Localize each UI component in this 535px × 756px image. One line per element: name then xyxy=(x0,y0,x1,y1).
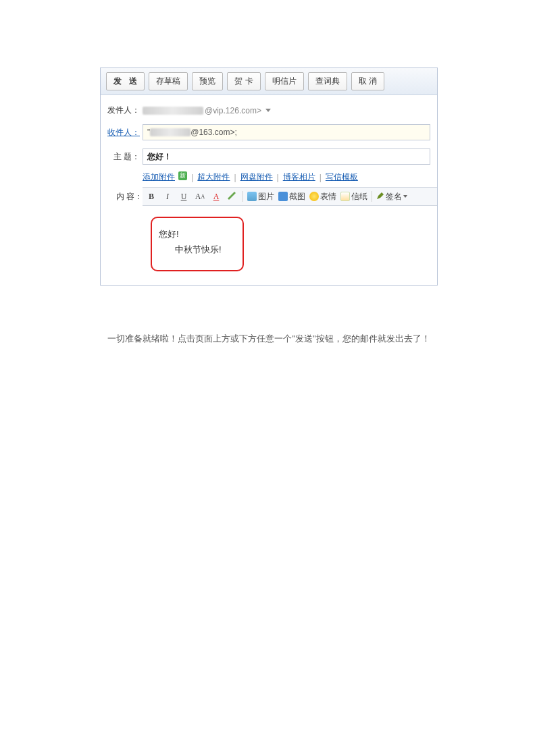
separator: | xyxy=(320,173,322,182)
content-label: 内 容： xyxy=(101,187,143,202)
separator xyxy=(372,191,372,202)
from-dropdown[interactable]: @vip.126.com> xyxy=(143,106,271,115)
instruction-caption: 一切准备就绪啦！点击页面上方或下方任意一个"发送"按钮，您的邮件就发出去了！ xyxy=(100,333,438,345)
content-row: 内 容： B I U AA A 图片 xyxy=(101,187,437,285)
disk-attachment-link[interactable]: 网盘附件 xyxy=(240,171,273,183)
subject-input[interactable]: 您好！ xyxy=(143,148,430,165)
screenshot-icon xyxy=(278,192,288,201)
greeting-card-button[interactable]: 贺 卡 xyxy=(227,72,260,90)
from-label: 发件人： xyxy=(101,105,143,116)
screenshot-button[interactable]: 截图 xyxy=(278,191,305,202)
bold-button[interactable]: B xyxy=(145,190,157,202)
font-size-button[interactable]: AA xyxy=(194,190,206,202)
from-row: 发件人： @vip.126.com> xyxy=(101,102,437,119)
to-domain: @163.com>; xyxy=(190,128,237,137)
chevron-down-icon xyxy=(403,195,407,198)
separator: | xyxy=(191,173,193,182)
editor-toolbar: B I U AA A 图片 xyxy=(143,187,437,206)
brush-icon[interactable] xyxy=(226,190,238,202)
new-badge: 新 xyxy=(178,171,187,180)
to-row: 收件人： " @163.com>; xyxy=(101,122,437,143)
separator xyxy=(243,191,243,202)
preview-button[interactable]: 预览 xyxy=(192,72,223,90)
pen-icon xyxy=(376,192,384,202)
send-button[interactable]: 发 送 xyxy=(106,72,145,90)
insert-image-button[interactable]: 图片 xyxy=(247,191,274,202)
signature-button[interactable]: 签名 xyxy=(376,191,407,202)
add-attachment-link[interactable]: 添加附件 xyxy=(143,172,175,182)
underline-button[interactable]: U xyxy=(178,190,190,202)
stationery-button[interactable]: 信纸 xyxy=(340,191,367,202)
cancel-button[interactable]: 取 消 xyxy=(351,72,384,90)
chevron-down-icon xyxy=(265,109,271,112)
emoji-icon xyxy=(309,192,319,201)
editor-body[interactable]: 您好! 中秋节快乐! xyxy=(143,206,437,285)
separator: | xyxy=(234,173,236,182)
from-redacted xyxy=(143,107,203,115)
main-toolbar: 发 送 存草稿 预览 贺 卡 明信片 查词典 取 消 xyxy=(101,68,437,95)
image-icon xyxy=(247,192,257,201)
body-line2: 中秋节快乐! xyxy=(159,242,232,257)
template-link[interactable]: 写信模板 xyxy=(326,171,358,183)
emoji-button[interactable]: 表情 xyxy=(309,191,336,202)
dictionary-button[interactable]: 查词典 xyxy=(308,72,347,90)
to-redacted xyxy=(150,128,190,136)
postcard-button[interactable]: 明信片 xyxy=(265,72,304,90)
subject-label: 主 题： xyxy=(101,151,143,163)
save-draft-button[interactable]: 存草稿 xyxy=(149,72,188,90)
to-label[interactable]: 收件人： xyxy=(101,127,143,138)
big-attachment-link[interactable]: 超大附件 xyxy=(197,171,230,183)
compose-panel: 发 送 存草稿 预览 贺 卡 明信片 查词典 取 消 发件人： @vip.126… xyxy=(100,68,438,286)
subject-row: 主 题： 您好！ xyxy=(101,146,437,167)
from-domain: @vip.126.com> xyxy=(205,106,261,115)
highlighted-content: 您好! 中秋节快乐! xyxy=(151,217,244,271)
italic-button[interactable]: I xyxy=(161,190,174,202)
stationery-icon xyxy=(340,192,350,201)
separator: | xyxy=(277,173,279,182)
attachment-links: 添加附件 新 | 超大附件 | 网盘附件 | 博客相片 | 写信模板 xyxy=(101,170,437,187)
blog-photo-link[interactable]: 博客相片 xyxy=(283,171,315,183)
to-input[interactable]: " @163.com>; xyxy=(143,124,430,140)
subject-value: 您好！ xyxy=(147,151,172,163)
font-color-button[interactable]: A xyxy=(210,190,222,202)
body-line1: 您好! xyxy=(159,226,232,242)
